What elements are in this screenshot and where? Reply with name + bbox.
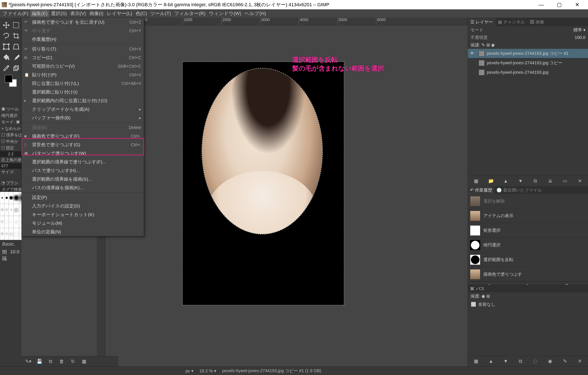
menu-item[interactable]: 入力デバイスの設定(D) bbox=[22, 202, 144, 210]
menu-8[interactable]: フィルター(R) bbox=[173, 10, 207, 18]
canvas-area[interactable]: -10000100020003000400050006000 選択範囲を反転 髪… bbox=[97, 18, 468, 366]
delete-icon[interactable]: 🗑 bbox=[58, 358, 65, 365]
path-to-sel-icon[interactable]: ◌ bbox=[532, 357, 539, 365]
menu-item[interactable]: 選択範囲の境界線を描画(S)... bbox=[22, 175, 144, 183]
crop-tool-icon[interactable] bbox=[11, 31, 21, 41]
menu-4[interactable]: 画像(I) bbox=[88, 10, 105, 18]
clone-tool-icon[interactable] bbox=[11, 63, 21, 73]
menu-2[interactable]: 選択(S) bbox=[49, 10, 68, 18]
menu-item[interactable]: □背景色で塗りつぶす(G)Ctrl+. bbox=[22, 140, 144, 149]
menu-item[interactable]: 同じ位置に貼り付け(L)Ctrl+Alt+V bbox=[22, 79, 144, 88]
lower-layer-icon[interactable]: ▼ bbox=[517, 177, 524, 185]
history-item[interactable]: 楕円選択 bbox=[468, 238, 588, 252]
layer-row[interactable]: 👁pexels-hywel-jones-2744193.jpg コピー #1 bbox=[468, 49, 588, 58]
menu-item[interactable]: パスの境界線を描画(K)... bbox=[22, 183, 144, 192]
center-option[interactable]: ☐ 中央か bbox=[0, 138, 21, 145]
edge-option[interactable]: ☐ 境界をほ bbox=[0, 132, 21, 138]
new-group-icon[interactable]: 📁 bbox=[487, 177, 495, 185]
delete-path-icon[interactable]: ✕ bbox=[576, 357, 584, 365]
history-item[interactable]: 矩形選択 bbox=[468, 223, 588, 238]
eyedropper-tool-icon[interactable] bbox=[1, 63, 11, 73]
tab-チャンネル[interactable]: ▦チャンネル bbox=[495, 18, 527, 26]
protect-row[interactable]: 保護: ✎ ⊞ ◉ bbox=[468, 41, 588, 49]
layer-row[interactable]: pexels-hywel-jones-2744193.jpg コピー bbox=[468, 58, 588, 68]
opacity-row[interactable]: 不透明度100.0 bbox=[468, 34, 588, 41]
hist-tab[interactable]: 🕓最近開いたファイル bbox=[494, 186, 544, 194]
menu-3[interactable]: 表示(V) bbox=[69, 10, 88, 18]
new-layer-icon[interactable]: ▦ bbox=[472, 177, 480, 185]
delete-layer-icon[interactable]: ✕ bbox=[576, 177, 584, 185]
menu-0[interactable]: ファイル(F) bbox=[1, 10, 30, 18]
undo-icon[interactable]: ↶ bbox=[487, 283, 491, 285]
menu-item[interactable]: ⧉コピー(C)Ctrl+C bbox=[22, 53, 144, 62]
maximize-button[interactable]: ▢ bbox=[550, 0, 568, 10]
tab-レイヤー[interactable]: ☰レイヤー bbox=[468, 18, 495, 26]
sel-to-path-icon[interactable]: ◉ bbox=[546, 357, 554, 365]
blend-mode-row[interactable]: モード標準 ▾ bbox=[468, 26, 588, 34]
merge-layer-icon[interactable]: ⇊ bbox=[546, 177, 554, 185]
brush-tool-icon[interactable] bbox=[11, 53, 21, 62]
menu-item[interactable]: 作業履歴(H) bbox=[22, 35, 144, 44]
transform-tool-icon[interactable] bbox=[1, 42, 11, 52]
menu-item[interactable]: パスで塗りつぶす(H)... bbox=[22, 166, 144, 175]
perspective-tool-icon[interactable] bbox=[11, 42, 21, 52]
menu-10[interactable]: ヘルプ(H) bbox=[243, 10, 268, 18]
path-item[interactable]: 名前なし bbox=[468, 300, 588, 309]
menu-item[interactable]: ✂切り取り(T)Ctrl+X bbox=[22, 45, 144, 53]
save-icon[interactable]: 💾 bbox=[36, 358, 43, 365]
menu-item[interactable]: 📋貼り付け(P)Ctrl+V bbox=[22, 71, 144, 79]
menu-item[interactable]: ▦パターンで塗りつぶす(W) bbox=[22, 149, 144, 158]
duplicate-icon[interactable]: ⧉ bbox=[47, 358, 54, 365]
menu-item[interactable]: バッファー操作(B)▸ bbox=[22, 114, 144, 122]
raise-layer-icon[interactable]: ▲ bbox=[502, 177, 510, 185]
raise-path-icon[interactable]: ▲ bbox=[487, 357, 495, 365]
tab-画像[interactable]: 🖼画像 bbox=[527, 18, 547, 26]
menu-item[interactable]: クリップボードから生成(A)▸ bbox=[22, 105, 144, 114]
rect-select-tool-icon[interactable] bbox=[11, 20, 21, 30]
menu-9[interactable]: ウィンドウ(W) bbox=[207, 10, 243, 18]
close-button[interactable]: ✕ bbox=[568, 0, 586, 10]
clear-history-icon[interactable]: 🗑 bbox=[565, 283, 569, 285]
refresh-icon[interactable]: ↻ bbox=[69, 358, 76, 365]
menu-7[interactable]: ツール(T) bbox=[148, 10, 173, 18]
menu-6[interactable]: 色(C) bbox=[134, 10, 149, 18]
smooth-option[interactable]: × なめらか bbox=[0, 125, 21, 132]
fixed-option[interactable]: ☐ 固定 bbox=[0, 145, 21, 151]
menu-item[interactable]: ↶描画色で塗りつぶす を元に戻す(U)Ctrl+Z bbox=[22, 18, 144, 26]
menu-item[interactable]: 選択範囲の境界線で塗りつぶす(F)... bbox=[22, 158, 144, 166]
color-indicator[interactable] bbox=[5, 75, 17, 87]
duplicate-layer-icon[interactable]: ⧉ bbox=[532, 177, 539, 185]
menu-item[interactable]: 単位の定義(N) bbox=[22, 227, 144, 236]
dup-path-icon[interactable]: ⧉ bbox=[517, 357, 524, 365]
history-item[interactable]: アイテムの表示 bbox=[468, 209, 588, 223]
coord-value[interactable]: 677 bbox=[0, 163, 21, 169]
new-path-icon[interactable]: ▦ bbox=[472, 357, 480, 365]
brush-grid[interactable]: ✱❋✦ ⬤◉● ✻◌○ ⊙◐◆ ✺❉◍ ◯✾❀ bbox=[0, 192, 21, 240]
mask-layer-icon[interactable]: ▭ bbox=[561, 177, 569, 185]
menu-item[interactable]: 可視部分のコピー(V)Shift+Ctrl+C bbox=[22, 62, 144, 71]
canvas-image[interactable] bbox=[183, 62, 344, 305]
lasso-tool-icon[interactable] bbox=[1, 31, 11, 41]
history-item[interactable]: 選択範囲を反転 bbox=[468, 252, 588, 267]
layer-row[interactable]: pexels-hywel-jones-2744193.jpg bbox=[468, 68, 588, 77]
menu-5[interactable]: レイヤー(L) bbox=[105, 10, 134, 18]
fg-color-swatch[interactable] bbox=[5, 75, 12, 83]
menu-item[interactable]: 選択範囲に貼り付け(I) bbox=[22, 88, 144, 96]
menu-item[interactable]: ■描画色で塗りつぶす(F)Ctrl+, bbox=[22, 132, 144, 140]
grid-icon[interactable]: ▦ bbox=[80, 358, 88, 365]
lower-path-icon[interactable]: ▼ bbox=[502, 357, 510, 365]
menu-item[interactable]: 設定(P) bbox=[22, 193, 144, 202]
menu-item[interactable]: モジュール(M) bbox=[22, 219, 144, 227]
paths-protect[interactable]: 保護: ◉ ⊞ bbox=[468, 292, 588, 300]
history-item[interactable]: 描画色で塗りつぶす bbox=[468, 267, 588, 282]
unit-selector[interactable]: px ▾ bbox=[182, 368, 196, 374]
history-item[interactable]: 選択を解除 bbox=[468, 194, 588, 209]
zoom-selector[interactable]: 18.2 % ▾ bbox=[196, 368, 219, 374]
redo-icon[interactable]: ↷ bbox=[526, 283, 530, 285]
minimize-button[interactable]: — bbox=[532, 0, 550, 10]
stroke-path-icon[interactable]: ✎ bbox=[561, 357, 569, 365]
edit-icon[interactable]: ✎▾ bbox=[24, 358, 32, 365]
move-tool-icon[interactable] bbox=[1, 20, 11, 30]
hist-tab[interactable]: ↶作業履歴 bbox=[468, 186, 494, 194]
menu-1[interactable]: 編集(E) bbox=[30, 10, 49, 18]
